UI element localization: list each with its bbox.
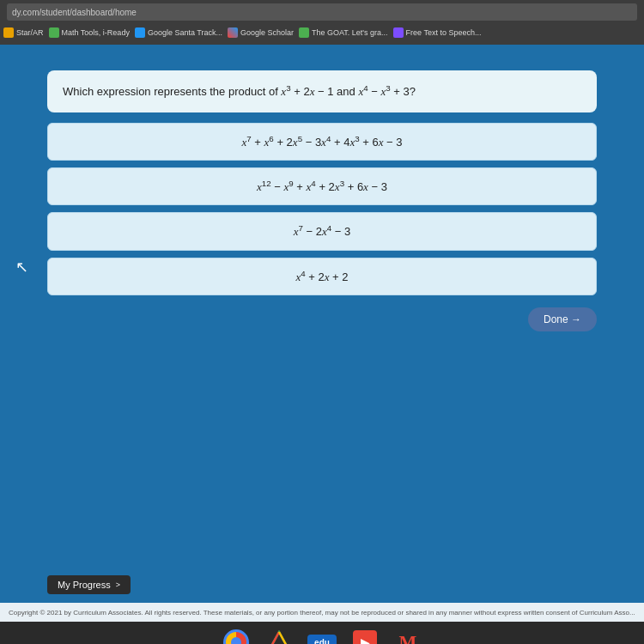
address-bar[interactable]: dy.com/student/dashboard/home (7, 3, 637, 21)
edu-taskbar-icon[interactable]: edu (309, 629, 335, 644)
bookmark-icon (299, 27, 309, 38)
bookmark-label: The GOAT. Let's gra... (312, 28, 388, 37)
bookmark-item[interactable]: Google Santa Track... (135, 27, 222, 38)
answer-option-4[interactable]: x4 + 2x + 2 (47, 258, 597, 295)
copyright-text: Copyright © 2021 by Curriculum Associate… (9, 609, 635, 617)
answer-option-1[interactable]: x7 + x6 + 2x5 − 3x4 + 4x3 + 6x − 3 (47, 123, 597, 161)
answer-option-2[interactable]: x12 − x9 + x4 + 2x3 + 6x − 3 (47, 167, 597, 205)
edu-label: edu (307, 635, 337, 645)
bookmark-label: Star/AR (16, 28, 44, 37)
bookmark-item[interactable]: Free Text to Speech... (393, 27, 482, 38)
browser-chrome: dy.com/student/dashboard/home Star/ARMat… (0, 0, 644, 45)
done-button[interactable]: Done → (528, 307, 597, 331)
bookmark-item[interactable]: Google Scholar (228, 27, 294, 38)
bookmark-label: Free Text to Speech... (406, 28, 482, 37)
chrome-taskbar-icon[interactable] (223, 629, 249, 644)
done-button-container: Done → (47, 307, 597, 331)
address-text: dy.com/student/dashboard/home (12, 8, 137, 17)
my-progress-label: My Progress (58, 580, 111, 590)
my-progress-bar: My Progress > (47, 575, 597, 594)
bookmark-label: Google Santa Track... (148, 28, 222, 37)
bookmark-item[interactable]: Math Tools, i-Ready (49, 27, 130, 38)
taskbar: edu ▶ M (0, 622, 644, 644)
bookmark-label: Math Tools, i-Ready (62, 28, 130, 37)
copyright-bar: Copyright © 2021 by Curriculum Associate… (0, 603, 644, 622)
answer-option-3[interactable]: x7 − 2x4 − 3 (47, 212, 597, 250)
bookmark-icon (135, 27, 145, 38)
question-text: Which expression represents the product … (63, 82, 581, 100)
bookmarks-bar: Star/ARMath Tools, i-ReadyGoogle Santa T… (0, 22, 644, 43)
bookmark-label: Google Scholar (240, 28, 294, 37)
main-content: ↖ Which expression represents the produc… (0, 45, 644, 603)
bookmark-item[interactable]: The GOAT. Let's gra... (299, 27, 388, 38)
gmail-taskbar-icon[interactable]: M (395, 629, 421, 644)
gmail-icon: M (399, 631, 417, 644)
bookmark-icon (3, 27, 14, 38)
bookmark-icon (393, 27, 404, 38)
slides-icon: ▶ (353, 630, 377, 644)
slides-taskbar-icon[interactable]: ▶ (352, 629, 378, 644)
question-card: Which expression represents the product … (47, 70, 597, 112)
answers-container: x7 + x6 + 2x5 − 3x4 + 4x3 + 6x − 3 x12 −… (47, 123, 597, 295)
cursor-arrow: ↖ (15, 258, 28, 276)
my-progress-button[interactable]: My Progress > (47, 575, 131, 594)
drive-taskbar-icon[interactable] (266, 629, 292, 644)
bookmark-icon (49, 27, 59, 38)
progress-chevron-icon: > (116, 580, 120, 589)
bookmark-icon (228, 27, 238, 38)
bookmark-item[interactable]: Star/AR (3, 27, 44, 38)
